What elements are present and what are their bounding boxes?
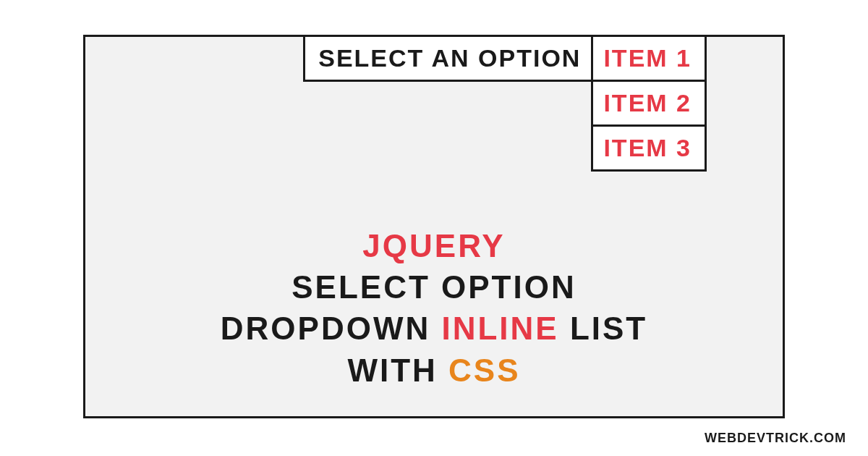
title-line-4: WITH CSS — [85, 350, 783, 391]
dropdown-header-row: SELECT AN OPTION ITEM 1 — [303, 35, 707, 82]
title-word-inline: INLINE — [441, 311, 558, 346]
main-frame: SELECT AN OPTION ITEM 1 ITEM 2 ITEM 3 JQ… — [83, 35, 785, 418]
title-word-dropdown: DROPDOWN — [221, 311, 430, 346]
title-word-with: WITH — [347, 352, 437, 388]
title-word-css: CSS — [448, 352, 520, 388]
title-word-jquery: JQUERY — [362, 228, 505, 263]
title-line-2: SELECT OPTION — [85, 266, 783, 308]
title-line-3: DROPDOWN INLINE LIST — [85, 308, 783, 349]
title-word-select-option: SELECT OPTION — [292, 269, 576, 305]
watermark: WEBDEVTRICK.COM — [705, 431, 846, 446]
title-block: JQUERY SELECT OPTION DROPDOWN INLINE LIS… — [85, 225, 783, 391]
title-word-list: LIST — [570, 311, 647, 346]
dropdown-label[interactable]: SELECT AN OPTION — [303, 35, 591, 82]
title-line-1: JQUERY — [85, 225, 783, 266]
dropdown-widget: SELECT AN OPTION ITEM 1 ITEM 2 ITEM 3 — [303, 35, 707, 172]
dropdown-item-2[interactable]: ITEM 2 — [591, 82, 707, 127]
dropdown-item-1[interactable]: ITEM 1 — [591, 35, 707, 82]
dropdown-item-3[interactable]: ITEM 3 — [591, 127, 707, 172]
